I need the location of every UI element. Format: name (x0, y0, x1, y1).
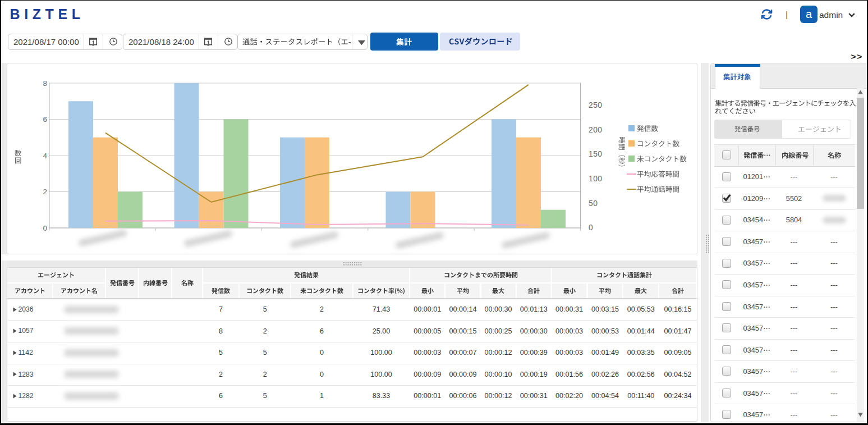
svg-text:150: 150 (589, 150, 603, 158)
svg-text:0: 0 (589, 223, 593, 232)
svg-text:0: 0 (43, 224, 47, 232)
svg-text:50: 50 (589, 199, 598, 208)
svg-text:6: 6 (43, 115, 47, 124)
svg-text:100: 100 (589, 175, 603, 183)
svg-text:200: 200 (589, 126, 603, 134)
svg-text:8: 8 (43, 79, 47, 88)
svg-text:2: 2 (43, 188, 47, 196)
svg-text:250: 250 (589, 101, 603, 109)
svg-text:4: 4 (43, 152, 48, 160)
